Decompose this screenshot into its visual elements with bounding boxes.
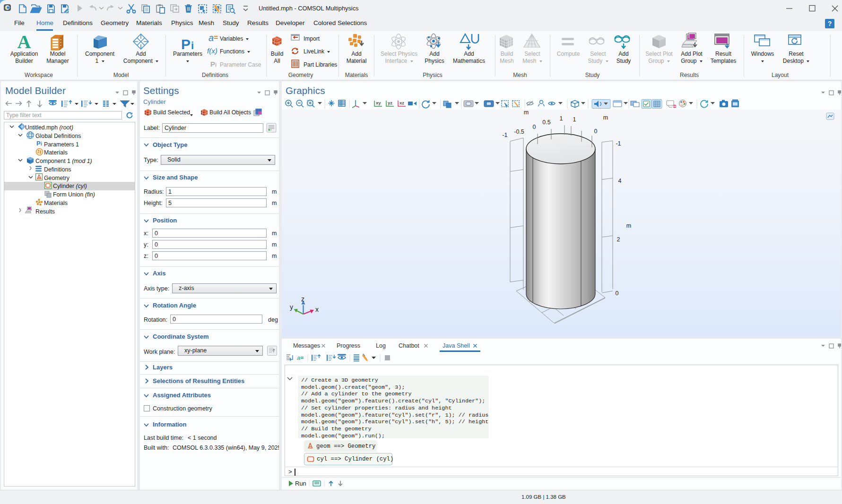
svg-text:P: P bbox=[36, 140, 41, 147]
svg-text:2: 2 bbox=[617, 236, 620, 243]
svg-text:xz: xz bbox=[399, 100, 404, 105]
svg-text:yz: yz bbox=[388, 100, 392, 105]
svg-text:=: = bbox=[214, 34, 218, 42]
svg-text:0: 0 bbox=[616, 290, 619, 297]
svg-text:-1: -1 bbox=[616, 140, 621, 147]
svg-text:-1: -1 bbox=[502, 132, 507, 138]
svg-text:0.5: 0.5 bbox=[542, 119, 550, 126]
svg-text:1: 1 bbox=[560, 115, 563, 122]
svg-text:xy: xy bbox=[376, 100, 381, 105]
svg-text:i: i bbox=[41, 141, 42, 146]
svg-text:P: P bbox=[181, 36, 191, 52]
svg-text:A: A bbox=[17, 31, 31, 52]
svg-text:z: z bbox=[301, 295, 304, 303]
svg-text:a: a bbox=[208, 33, 214, 43]
svg-text:y: y bbox=[290, 303, 293, 311]
svg-text:m: m bbox=[626, 222, 631, 229]
svg-text:m: m bbox=[524, 110, 529, 116]
svg-text:m: m bbox=[603, 114, 608, 121]
svg-text:0: 0 bbox=[594, 128, 598, 135]
svg-text:1: 1 bbox=[573, 116, 576, 123]
svg-text:a: a bbox=[297, 354, 300, 361]
svg-text:x: x bbox=[315, 306, 319, 313]
svg-text:-0.5: -0.5 bbox=[514, 128, 524, 135]
svg-text:0: 0 bbox=[533, 124, 536, 130]
svg-text:4: 4 bbox=[618, 178, 622, 184]
svg-text:i: i bbox=[191, 40, 194, 51]
svg-text:P: P bbox=[210, 60, 215, 68]
svg-text:i: i bbox=[215, 62, 217, 68]
